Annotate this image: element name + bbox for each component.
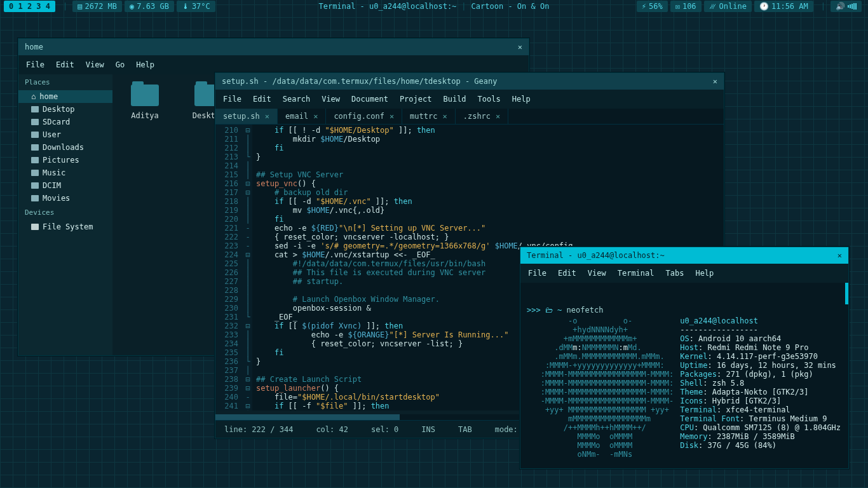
menu-document[interactable]: Document [351, 95, 388, 104]
sidebar-item-downloads[interactable]: Downloads [18, 141, 112, 154]
folder-icon [31, 195, 39, 201]
battery-widget[interactable]: ⚡ 56% [637, 1, 668, 12]
file-manager-title: home [25, 43, 43, 51]
tab-zshrc[interactable]: .zshrc✕ [456, 109, 509, 124]
menu-help[interactable]: Help [512, 95, 531, 104]
now-playing[interactable]: Cartoon - On & On [471, 2, 550, 11]
close-icon[interactable]: ✕ [265, 112, 269, 121]
folder-icon [31, 132, 39, 138]
sidebar-item-desktop[interactable]: Desktop [18, 103, 112, 116]
tab-label: email [285, 112, 308, 121]
file-manager-menubar: File Edit View Go Help [18, 55, 529, 74]
status-sel: sel: 0 [371, 425, 398, 434]
temp-widget[interactable]: 🌡 37°C [177, 1, 215, 12]
tab-label: setup.sh [223, 112, 260, 121]
tab-label: config.conf [334, 112, 384, 121]
menu-edit[interactable]: Edit [253, 95, 271, 104]
tab-config[interactable]: config.conf✕ [326, 109, 402, 124]
sidebar-item-label: User [43, 130, 61, 139]
sidebar-item-user[interactable]: User [18, 128, 112, 141]
menu-terminal[interactable]: Terminal [618, 269, 654, 278]
menu-view[interactable]: View [322, 95, 340, 104]
tab-setup-sh[interactable]: setup.sh✕ [215, 109, 278, 124]
geany-titlebar[interactable]: setup.sh - /data/data/com.termux/files/h… [215, 73, 724, 90]
disk-value: 7.63 GB [137, 2, 169, 11]
terminal-scrollbar[interactable] [845, 283, 848, 304]
sidebar-item-label: SDcard [43, 118, 70, 126]
prompt: >>> 🗁 ~ [527, 306, 567, 315]
close-icon[interactable]: ✕ [518, 43, 522, 51]
folder-icon [31, 157, 39, 163]
status-col: col: 42 [316, 425, 348, 434]
close-icon[interactable]: ✕ [390, 112, 394, 121]
menu-tabs[interactable]: Tabs [666, 269, 684, 278]
sidebar-item-movies[interactable]: Movies [18, 192, 112, 205]
folder-icon [131, 85, 159, 106]
status-line: line: 222 / 344 [224, 425, 293, 434]
neofetch-info: u0_a244@localhost ----------------- OS: … [680, 316, 841, 468]
sidebar-item-pictures[interactable]: Pictures [18, 154, 112, 166]
scroll-thumb[interactable] [215, 414, 400, 420]
clock-widget[interactable]: 🕐 11:56 AM [754, 1, 813, 12]
sidebar-item-music[interactable]: Music [18, 166, 112, 179]
menu-edit[interactable]: Edit [56, 60, 74, 69]
top-panel: 0 1 2 3 4 | ▤ 2672 MB ◉ 7.63 GB 🌡 37°C T… [0, 0, 868, 13]
close-icon[interactable]: ✕ [313, 112, 318, 121]
disk-widget[interactable]: ◉ 7.63 GB [125, 1, 174, 12]
folder-icon [31, 119, 39, 125]
terminal-window[interactable]: Terminal - u0_a244@localhost:~ ✕ File Ed… [520, 247, 849, 469]
workspace-switcher[interactable]: 0 1 2 3 4 [4, 1, 55, 12]
sidebar-item-dcim[interactable]: DCIM [18, 179, 112, 192]
tab-email[interactable]: email✕ [278, 109, 326, 124]
menu-tools[interactable]: Tools [478, 95, 501, 104]
sidebar-item-label: Pictures [43, 156, 79, 165]
status-widget[interactable]: ⫻ Online [704, 1, 752, 12]
menu-go[interactable]: Go [116, 60, 125, 69]
temp-value: 37°C [192, 2, 210, 11]
file-manager-titlebar[interactable]: home ✕ [18, 39, 529, 55]
sidebar-item-label: Movies [43, 194, 70, 203]
status-value: Online [719, 2, 747, 11]
folder-icon [31, 182, 39, 189]
menu-help[interactable]: Help [136, 60, 154, 69]
network-widget[interactable]: ✉ 106 [670, 1, 702, 12]
volume-widget[interactable]: 🔊 [831, 1, 862, 12]
menu-file[interactable]: File [528, 269, 546, 278]
terminal-menubar: File Edit View Terminal Tabs Help [520, 264, 848, 283]
status-tab: TAB [458, 425, 472, 434]
tab-muttrc[interactable]: muttrc✕ [402, 109, 456, 124]
sidebar-item-home[interactable]: ⌂home [18, 90, 112, 103]
memory-value: 2672 MB [85, 2, 118, 11]
close-icon[interactable]: ✕ [496, 112, 500, 121]
menu-view[interactable]: View [588, 269, 606, 278]
memory-widget[interactable]: ▤ 2672 MB [72, 1, 122, 12]
menu-file[interactable]: File [26, 60, 44, 69]
sidebar-item-label: Desktop [43, 105, 75, 114]
tab-label: muttrc [410, 112, 437, 121]
sidebar-item-filesystem[interactable]: File System [18, 220, 112, 233]
terminal-titlebar[interactable]: Terminal - u0_a244@localhost:~ ✕ [520, 247, 848, 264]
volume-bars-icon [848, 3, 857, 10]
close-icon[interactable]: ✕ [713, 77, 717, 86]
command-text: neofetch [567, 306, 604, 315]
menu-build[interactable]: Build [443, 95, 466, 104]
menu-project[interactable]: Project [400, 95, 432, 104]
menu-edit[interactable]: Edit [558, 269, 576, 278]
drive-icon [31, 224, 39, 230]
sidebar-item-sdcard[interactable]: SDcard [18, 116, 112, 128]
close-icon[interactable]: ✕ [442, 112, 447, 121]
sidebar-item-label: File System [43, 222, 93, 231]
menu-help[interactable]: Help [695, 269, 714, 278]
terminal-body[interactable]: >>> 🗁 ~ neofetch -o o- +hydNNNNdyh+ +mMM… [520, 283, 848, 468]
menu-file[interactable]: File [223, 95, 241, 104]
folder-aditya[interactable]: Aditya [123, 85, 167, 120]
window-title: Terminal - u0_a244@localhost:~ [319, 2, 457, 11]
folder-icon [31, 106, 39, 112]
fold-column[interactable]: ⊟ │ │ └ │ │ ⊟ ⊟ │ │ │ - - - ⊟ │ │ │ │ │ … [243, 125, 252, 410]
menu-view[interactable]: View [86, 60, 104, 69]
battery-value: 56% [649, 2, 663, 11]
close-icon[interactable]: ✕ [837, 251, 842, 260]
sidebar-item-label: DCIM [43, 181, 61, 190]
menu-search[interactable]: Search [283, 95, 310, 104]
net-value: 106 [682, 2, 696, 11]
